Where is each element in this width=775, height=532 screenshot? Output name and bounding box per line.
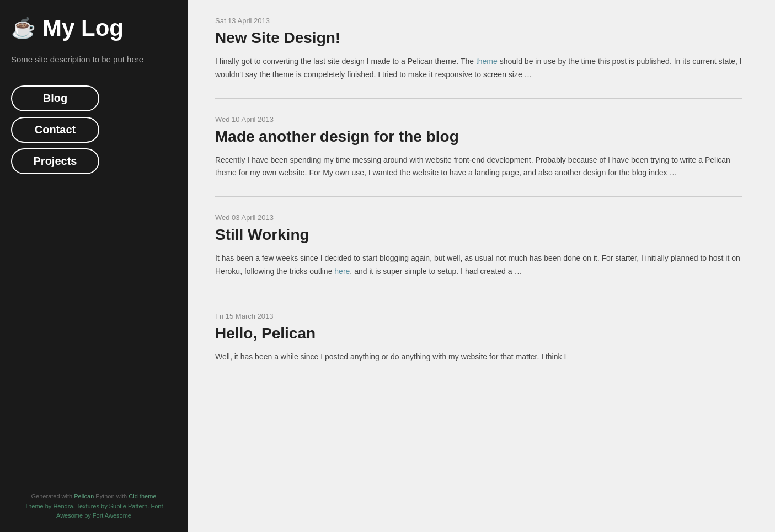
main-content[interactable]: Sat 13 April 2013 New Site Design! I fin…	[188, 0, 775, 532]
footer-python-text: Python with	[94, 493, 129, 499]
post-3-title: Still Working	[215, 226, 742, 244]
footer-line2: Theme by Hendra. Textures by Subtle Patt…	[11, 502, 177, 521]
post-1-theme-link[interactable]: theme	[476, 57, 498, 66]
divider-2	[215, 196, 742, 197]
post-2-excerpt: Recently I have been spending my time me…	[215, 154, 742, 180]
footer-text: Generated with Pelican Python with Cid t…	[11, 492, 177, 521]
post-3-excerpt-after: , and it is super simple to setup. I had…	[350, 267, 522, 276]
post-4-date: Fri 15 March 2013	[215, 312, 742, 320]
footer-cid-link[interactable]: Cid theme	[129, 493, 156, 499]
post-1-date: Sat 13 April 2013	[215, 17, 742, 25]
site-title: My Log	[42, 17, 124, 40]
footer-generated-text: Generated with	[31, 493, 74, 499]
site-header: ☕ My Log	[11, 17, 177, 40]
post-2-title: Made another design for the blog	[215, 128, 742, 146]
blog-post-4: Fri 15 March 2013 Hello, Pelican Well, i…	[215, 312, 742, 364]
post-1-excerpt: I finally got to converting the last sit…	[215, 55, 742, 82]
post-4-excerpt: Well, it has been a while since I posted…	[215, 351, 742, 364]
nav-blog-button[interactable]: Blog	[11, 85, 99, 111]
post-3-excerpt: It has been a few weeks since I decided …	[215, 252, 742, 278]
post-1-excerpt-before: I finally got to converting the last sit…	[215, 57, 476, 66]
site-description: Some site description to be put here	[11, 53, 177, 66]
post-4-title: Hello, Pelican	[215, 325, 742, 342]
nav-projects-button[interactable]: Projects	[11, 148, 99, 174]
footer-pelican-link[interactable]: Pelican	[74, 493, 94, 499]
sidebar: ☕ My Log Some site description to be put…	[0, 0, 188, 532]
blog-post-1: Sat 13 April 2013 New Site Design! I fin…	[215, 17, 742, 82]
nav-menu: Blog Contact Projects	[11, 85, 177, 174]
blog-post-2: Wed 10 April 2013 Made another design fo…	[215, 115, 742, 180]
footer-line1: Generated with Pelican Python with Cid t…	[11, 492, 177, 502]
nav-contact-button[interactable]: Contact	[11, 117, 99, 143]
post-1-title: New Site Design!	[215, 29, 742, 47]
divider-3	[215, 295, 742, 295]
divider-1	[215, 98, 742, 99]
post-2-date: Wed 10 April 2013	[215, 115, 742, 123]
post-3-here-link[interactable]: here	[334, 267, 350, 276]
coffee-icon: ☕	[11, 17, 36, 40]
post-3-date: Wed 03 April 2013	[215, 213, 742, 222]
blog-post-3: Wed 03 April 2013 Still Working It has b…	[215, 213, 742, 278]
